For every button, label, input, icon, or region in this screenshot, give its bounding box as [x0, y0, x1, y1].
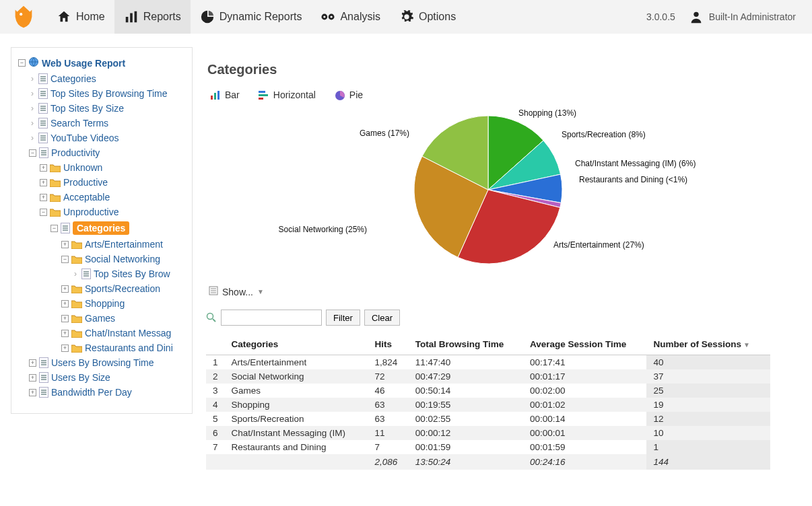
chart-type-horizontal[interactable]: Horizontal [259, 89, 316, 100]
pie-svg [411, 112, 566, 267]
folder-icon [50, 193, 61, 202]
expand-icon[interactable]: + [40, 179, 47, 186]
pie-slice-label: Arts/Entertainment (27%) [553, 240, 644, 250]
table-row[interactable]: 6Chat/Instant Messaging (IM)1100:00:1200… [206, 426, 770, 440]
tree-productive[interactable]: +Productive [38, 175, 192, 190]
filter-button[interactable]: Filter [326, 310, 360, 326]
svg-rect-15 [259, 98, 263, 100]
collapse-icon[interactable]: − [18, 59, 26, 67]
table-row[interactable]: 2Social Networking7200:47:2900:01:1737 [206, 369, 770, 384]
expand-icon[interactable]: + [29, 359, 36, 367]
report-icon [61, 223, 70, 233]
table-row[interactable]: 7Restaurants and Dining700:01:5900:01:59… [206, 440, 770, 454]
expand-icon[interactable]: + [61, 285, 69, 293]
tree-games[interactable]: +Games [60, 311, 192, 326]
col-categories[interactable]: Categories [225, 334, 368, 355]
tree-search-terms[interactable]: ›Search Terms [28, 116, 192, 131]
tree-root[interactable]: − Web Usage Report [17, 55, 192, 71]
col-avg-time[interactable]: Average Session Time [523, 334, 646, 355]
expand-icon[interactable]: + [61, 330, 69, 337]
report-icon [38, 103, 48, 114]
expand-icon[interactable]: › [72, 269, 79, 279]
folder-icon [71, 314, 82, 323]
tree-bandwidth[interactable]: +Bandwidth Per Day [28, 385, 192, 400]
tree-restaurants[interactable]: +Restaurants and Dini [60, 340, 192, 355]
tree-shopping[interactable]: +Shopping [60, 296, 192, 311]
table-row[interactable]: 4Shopping6300:19:5500:01:0219 [206, 398, 770, 412]
col-hits[interactable]: Hits [368, 334, 408, 355]
nav-home[interactable]: Home [47, 0, 114, 34]
page-title: Categories [207, 62, 812, 77]
table-row[interactable]: 1Arts/Entertainment1,82411:47:4000:17:41… [206, 355, 770, 370]
expand-icon[interactable]: + [40, 164, 47, 172]
expand-icon[interactable]: › [29, 118, 36, 128]
tree-unproductive[interactable]: −Unproductive [38, 205, 192, 219]
expand-icon[interactable]: + [61, 345, 69, 352]
total-avg: 00:24:16 [523, 454, 646, 470]
pie-chart-icon [335, 90, 345, 100]
user-icon [689, 9, 704, 24]
nav-analysis-label: Analysis [340, 11, 380, 23]
version-label: 3.0.0.5 [646, 11, 675, 22]
collapse-icon[interactable]: − [50, 225, 58, 232]
svg-point-8 [693, 12, 698, 17]
svg-line-22 [213, 319, 215, 322]
nav-options[interactable]: Options [390, 0, 465, 34]
tree-users-size[interactable]: +Users By Size [28, 370, 192, 385]
tree-topsites-time[interactable]: ›Top Sites By Browsing Time [28, 86, 192, 101]
tree-categories[interactable]: ›Categories [28, 71, 192, 86]
tree-acceptable[interactable]: +Acceptable [38, 190, 192, 205]
selected-node-label: Categories [73, 221, 129, 235]
tree-users-time[interactable]: +Users By Browsing Time [28, 355, 192, 370]
folder-icon [71, 255, 82, 264]
tree-youtube[interactable]: ›YouTube Videos [28, 131, 192, 145]
filter-input[interactable] [221, 310, 322, 326]
tree-chat[interactable]: +Chat/Instant Messag [60, 326, 192, 340]
report-icon [38, 73, 48, 84]
tree-unp-categories[interactable]: −Categories [49, 219, 192, 237]
nav-reports-label: Reports [143, 11, 181, 23]
table-row[interactable]: 3Games4600:50:1400:02:0025 [206, 384, 770, 398]
expand-icon[interactable]: + [29, 374, 36, 382]
collapse-icon[interactable]: − [40, 209, 47, 216]
expand-icon[interactable]: › [29, 133, 36, 143]
clear-button[interactable]: Clear [364, 310, 400, 326]
expand-icon[interactable]: › [29, 104, 36, 113]
tree-arts[interactable]: +Arts/Entertainment [60, 237, 192, 252]
user-menu[interactable]: Built-In Administrator [689, 9, 796, 24]
report-icon [39, 357, 48, 368]
folder-icon [50, 164, 61, 172]
col-sessions[interactable]: Number of Sessions▼ [646, 334, 770, 355]
nav-analysis[interactable]: Analysis [311, 0, 390, 34]
tree-unknown[interactable]: +Unknown [38, 160, 192, 175]
table-row[interactable]: 5Sports/Recreation6300:02:5500:00:1412 [206, 412, 770, 426]
tree-sports[interactable]: +Sports/Recreation [60, 281, 192, 296]
expand-icon[interactable]: › [29, 74, 36, 83]
chart-type-bar[interactable]: Bar [210, 89, 240, 100]
svg-rect-12 [217, 91, 219, 100]
expand-icon[interactable]: + [61, 315, 69, 322]
expand-icon[interactable]: + [61, 241, 69, 248]
expand-icon[interactable]: › [29, 89, 36, 98]
col-total-time[interactable]: Total Browsing Time [409, 334, 523, 355]
nav-dynamic[interactable]: Dynamic Reports [191, 0, 312, 34]
show-dropdown[interactable]: Show... ▼ [209, 286, 812, 297]
folder-icon [50, 208, 61, 217]
tree-productivity[interactable]: −Productivity [28, 145, 192, 160]
tree-social[interactable]: −Social Networking [60, 252, 192, 266]
nav-home-label: Home [76, 11, 105, 23]
expand-icon[interactable]: + [61, 300, 69, 308]
collapse-icon[interactable]: − [29, 149, 36, 157]
collapse-icon[interactable]: − [61, 256, 69, 263]
nav-reports[interactable]: Reports [114, 0, 191, 34]
tree-topsites-size[interactable]: ›Top Sites By Size [28, 101, 192, 116]
document-icon [209, 286, 218, 297]
tree-social-topsites[interactable]: ›Top Sites By Brow [71, 266, 192, 281]
expand-icon[interactable]: + [40, 194, 47, 201]
chart-type-pie[interactable]: Pie [335, 89, 363, 100]
report-icon [38, 88, 48, 99]
expand-icon[interactable]: + [29, 389, 36, 396]
globe-report-icon [28, 57, 39, 69]
analysis-icon [320, 9, 335, 24]
svg-point-6 [324, 15, 326, 17]
